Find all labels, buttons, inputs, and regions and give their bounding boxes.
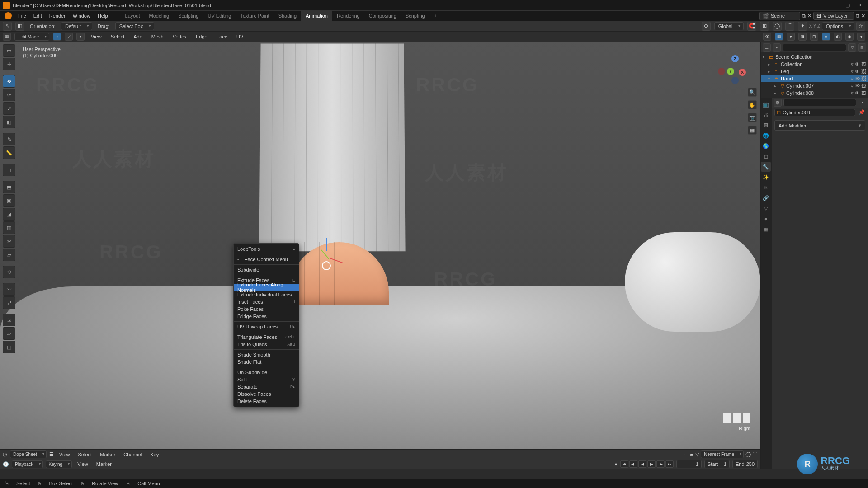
- snap-type[interactable]: ⊞: [760, 22, 769, 31]
- viewlayer-selector[interactable]: 🖼 View Layer: [813, 12, 854, 20]
- menu-file[interactable]: File: [14, 11, 30, 21]
- proportional-type[interactable]: ⌒: [785, 22, 794, 31]
- tool-spin[interactable]: ⟲: [3, 266, 15, 278]
- tool-select-box[interactable]: ▭: [3, 44, 15, 57]
- overlay-dropdown[interactable]: ▾: [787, 33, 795, 41]
- ctx-bridge-faces[interactable]: Bridge Faces: [234, 313, 299, 320]
- properties-type-icon[interactable]: ⚙: [774, 99, 782, 107]
- pan-icon[interactable]: ✋: [748, 100, 757, 109]
- ctx-subdivide[interactable]: Subdivide: [234, 266, 299, 273]
- vertex-select-mode[interactable]: ▫: [53, 33, 61, 41]
- add-menu[interactable]: Add: [131, 34, 145, 39]
- outliner-scene-collection[interactable]: ▾🗀Scene Collection: [761, 53, 868, 61]
- outliner-collection[interactable]: ▸🗀Collection▿👁🖼: [761, 61, 868, 68]
- tab-animation[interactable]: Animation: [301, 11, 332, 21]
- tool-scale[interactable]: ⤢: [3, 102, 15, 115]
- properties-search[interactable]: [783, 99, 856, 106]
- editor-type-icon[interactable]: ▦: [3, 33, 11, 41]
- jump-prev-key-button[interactable]: ◀|: [629, 460, 637, 468]
- outliner-search[interactable]: [783, 44, 846, 51]
- prop-mesh-icon[interactable]: ▽: [761, 203, 771, 213]
- pin-icon[interactable]: 📌: [858, 109, 865, 116]
- outliner-filter-icon[interactable]: ▽: [848, 43, 856, 52]
- outliner-display-mode[interactable]: ▾: [773, 43, 781, 52]
- tool-add-cube[interactable]: ◻: [3, 164, 15, 176]
- tool-annotate[interactable]: ✎: [3, 133, 15, 145]
- tool-edge-slide[interactable]: ⇄: [3, 296, 15, 309]
- tool-loopcut[interactable]: ▥: [3, 221, 15, 234]
- menu-window[interactable]: Window: [69, 11, 94, 21]
- tool-bevel[interactable]: ◢: [3, 208, 15, 221]
- tab-modeling[interactable]: Modeling: [145, 11, 174, 21]
- select-menu[interactable]: Select: [108, 34, 127, 39]
- outliner-tree[interactable]: ▾🗀Scene Collection ▸🗀Collection▿👁🖼 ▸🗀Leg…: [761, 52, 868, 98]
- gizmo-center[interactable]: [322, 261, 331, 270]
- gizmo-z-axis[interactable]: [326, 238, 327, 251]
- prop-world-icon[interactable]: 🌎: [761, 141, 771, 151]
- jump-start-button[interactable]: ⏮: [620, 460, 628, 468]
- jump-end-button[interactable]: ⏭: [665, 460, 674, 468]
- ctx-shade-flat[interactable]: Shade Flat: [234, 358, 299, 366]
- add-modifier-button[interactable]: Add Modifier: [774, 120, 865, 131]
- ds-marker-menu[interactable]: Marker: [97, 451, 118, 458]
- outliner-hand[interactable]: ▾🗀Hand▿👁🖼: [761, 75, 868, 82]
- prop-physics-icon[interactable]: ⚛: [761, 183, 771, 192]
- scene-new-button[interactable]: ⧉: [802, 13, 806, 19]
- view-menu[interactable]: View: [88, 34, 104, 39]
- close-button[interactable]: ✕: [854, 1, 865, 10]
- prop-material-icon[interactable]: ●: [761, 214, 771, 224]
- tool-shrink[interactable]: ⇲: [3, 314, 15, 326]
- shading-dropdown[interactable]: ▾: [857, 33, 865, 41]
- properties-options-icon[interactable]: ⋮: [858, 99, 866, 107]
- autokey-toggle[interactable]: ●: [614, 461, 618, 467]
- ctx-separate[interactable]: SeparateP▸: [234, 383, 299, 390]
- mesh-options[interactable]: ☆: [856, 22, 865, 31]
- outliner-cylinder-008[interactable]: ▸▽Cylinder.008▿👁🖼: [761, 89, 868, 97]
- scene-selector[interactable]: 🎬 Scene: [760, 12, 800, 20]
- vertex-menu[interactable]: Vertex: [170, 34, 189, 39]
- menu-edit[interactable]: Edit: [30, 11, 46, 21]
- viewlayer-new-button[interactable]: ⧉: [856, 13, 859, 19]
- tool-knife[interactable]: ✂: [3, 235, 15, 248]
- ds-select-menu[interactable]: Select: [75, 451, 94, 458]
- shading-wireframe[interactable]: ⊡: [810, 33, 818, 41]
- proportional-edit[interactable]: ◯: [773, 22, 782, 31]
- scene-delete-button[interactable]: ✕: [807, 13, 811, 19]
- ctx-extrude-individual[interactable]: Extrude Individual Faces: [234, 291, 299, 298]
- prop-render-icon[interactable]: 📺: [761, 99, 771, 109]
- viewlayer-delete-button[interactable]: ✕: [861, 13, 865, 19]
- mesh-display-icon[interactable]: 👁: [763, 33, 771, 41]
- ctx-tris-to-quads[interactable]: Tris to QuadsAlt J: [234, 341, 299, 348]
- blender-logo-icon[interactable]: [5, 12, 12, 19]
- shading-rendered[interactable]: ◉: [845, 33, 854, 41]
- camera-icon[interactable]: 📷: [748, 113, 757, 122]
- ctx-unsubdivide[interactable]: Un-Subdivide: [234, 369, 299, 376]
- tool-move[interactable]: ✥: [3, 75, 15, 88]
- outliner-cylinder-007[interactable]: ▸▽Cylinder.007▿👁🖼: [761, 82, 868, 89]
- mesh-menu[interactable]: Mesh: [149, 34, 166, 39]
- jump-next-key-button[interactable]: |▶: [656, 460, 665, 468]
- ds-proportional-type[interactable]: ⌒: [753, 451, 758, 458]
- tool-extrude[interactable]: ⬒: [3, 181, 15, 193]
- tab-texture-paint[interactable]: Texture Paint: [236, 11, 274, 21]
- prop-constraint-icon[interactable]: 🔗: [761, 193, 771, 203]
- maximize-button[interactable]: ▢: [842, 1, 854, 10]
- prop-texture-icon[interactable]: ▦: [761, 224, 771, 234]
- options-dropdown[interactable]: Options: [822, 22, 854, 30]
- tool-shear[interactable]: ▱: [3, 327, 15, 340]
- shading-solid[interactable]: ●: [822, 33, 830, 41]
- keying-popover[interactable]: Keying: [46, 460, 72, 468]
- menu-help[interactable]: Help: [94, 11, 112, 21]
- edge-select-mode[interactable]: ／: [65, 33, 73, 41]
- tool-measure[interactable]: 📏: [3, 146, 15, 159]
- tool-settings-icon[interactable]: ↖: [3, 22, 12, 31]
- dope-sheet-icon[interactable]: ◷: [3, 451, 7, 457]
- tab-scripting[interactable]: Scripting: [401, 11, 429, 21]
- navigation-gizmo[interactable]: Z Y X: [718, 54, 750, 86]
- tool-settings-icon2[interactable]: ◧: [15, 22, 24, 31]
- tab-layout[interactable]: Layout: [121, 11, 145, 21]
- zoom-icon[interactable]: 🔍: [748, 88, 757, 97]
- tool-smooth[interactable]: 〰: [3, 283, 15, 296]
- perspective-icon[interactable]: ▦: [748, 126, 757, 135]
- ds-channel-menu[interactable]: Channel: [121, 451, 145, 458]
